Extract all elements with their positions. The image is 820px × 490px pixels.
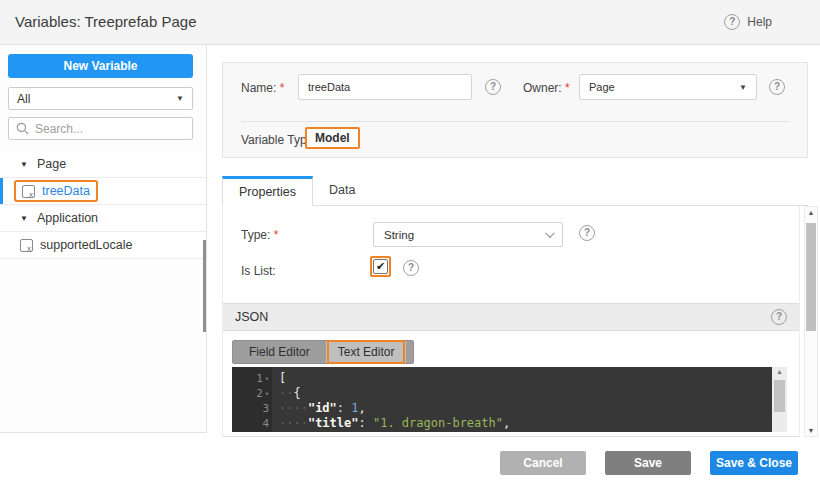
name-field[interactable]	[298, 74, 472, 100]
checkmark-icon: ✔	[373, 259, 388, 274]
code-line: ··{	[279, 386, 772, 401]
variables-dialog: Variables: Treeprefab Page ? Help New Va…	[0, 0, 820, 490]
owner-help-icon[interactable]: ?	[769, 79, 785, 95]
line-number: 2	[256, 387, 263, 400]
variable-type-value: Model	[305, 127, 360, 149]
tree-item-label: supportedLocale	[40, 238, 132, 252]
type-select[interactable]: String	[373, 222, 563, 247]
panel-scrollbar[interactable]: ▲ ▼	[804, 206, 818, 437]
line-number: 1	[256, 372, 263, 385]
required-marker: *	[565, 81, 570, 95]
dialog-footer: Cancel Save Save & Close	[0, 437, 820, 490]
json-section-title: JSON	[235, 310, 268, 324]
scroll-up-icon[interactable]: ▲	[772, 368, 787, 375]
line-number: 3	[262, 402, 269, 415]
line-number: 4	[262, 417, 269, 430]
owner-label: Owner: *	[523, 81, 570, 95]
caret-down-icon: ▼	[20, 214, 28, 223]
fold-icon[interactable]: ▾	[265, 375, 269, 383]
cancel-button[interactable]: Cancel	[500, 451, 586, 475]
tree-item-treedata[interactable]: x treeData	[0, 178, 206, 205]
type-help-icon[interactable]: ?	[579, 225, 595, 241]
field-editor-button[interactable]: Field Editor	[233, 341, 327, 363]
chevron-down-icon	[545, 228, 555, 238]
tree-group-label: Application	[37, 211, 98, 225]
is-list-help-icon[interactable]: ?	[403, 260, 419, 276]
tree-group-application[interactable]: ▼ Application	[0, 205, 206, 232]
tab-data[interactable]: Data	[313, 175, 371, 205]
code-line: [	[279, 371, 772, 386]
code-line: ····"title": "1. dragon-breath",	[279, 416, 772, 431]
properties-panel: Type: * String ? Is List: ✔ ? JSON ? Fie…	[222, 206, 800, 437]
search-icon	[16, 122, 29, 135]
tab-properties[interactable]: Properties	[222, 176, 313, 206]
variable-filter-select[interactable]: All ▼	[8, 87, 193, 110]
required-marker: *	[274, 228, 279, 242]
is-list-label: Is List:	[241, 264, 276, 278]
variable-filter-value: All	[17, 92, 30, 106]
name-help-icon[interactable]: ?	[485, 79, 501, 95]
editor-scrollbar[interactable]: ▲	[772, 367, 787, 432]
editor-code-area[interactable]: [ ··{ ····"id": 1, ····"title": "1. drag…	[272, 367, 772, 432]
save-button[interactable]: Save	[605, 451, 691, 475]
caret-down-icon: ▼	[176, 94, 184, 103]
variable-search[interactable]	[8, 117, 193, 140]
caret-down-icon: ▼	[20, 160, 28, 169]
model-variable-icon: x	[22, 185, 35, 198]
editor-scrollbar-thumb[interactable]	[774, 380, 785, 412]
editor-mode-toggle: Field Editor Text Editor	[232, 340, 414, 364]
required-marker: *	[280, 81, 285, 95]
model-variable-icon: x	[20, 239, 33, 252]
search-input[interactable]	[35, 122, 175, 136]
help-button[interactable]: ? Help	[724, 14, 772, 30]
json-section-header: JSON ?	[223, 303, 799, 331]
name-label: Name: *	[241, 81, 284, 95]
page-title: Variables: Treeprefab Page	[15, 13, 197, 30]
scroll-up-icon[interactable]: ▲	[805, 209, 817, 216]
form-divider	[241, 121, 789, 122]
text-editor-button[interactable]: Text Editor	[329, 342, 404, 362]
panel-scrollbar-thumb[interactable]	[806, 223, 816, 331]
json-help-icon[interactable]: ?	[771, 309, 787, 325]
sidebar-scrollbar[interactable]	[203, 240, 206, 332]
selected-indicator	[0, 178, 3, 204]
owner-value: Page	[589, 81, 615, 93]
tree-group-label: Page	[37, 157, 66, 171]
tree-item-supportedlocale[interactable]: x supportedLocale	[0, 232, 206, 259]
variables-tree: ▼ Page x treeData ▼ Application x suppor…	[0, 151, 206, 259]
tree-item-label: treeData	[42, 184, 90, 198]
editor-tabs: Properties Data	[222, 176, 808, 206]
is-list-checkbox[interactable]: ✔	[370, 256, 391, 277]
editor-gutter: 1▾ 2▾ 3 4	[232, 367, 272, 432]
save-and-close-button[interactable]: Save & Close	[710, 451, 798, 475]
type-value: String	[384, 229, 414, 241]
toggle-sliver	[405, 341, 413, 363]
help-label: Help	[747, 15, 772, 29]
dialog-header: Variables: Treeprefab Page ? Help	[0, 0, 820, 45]
new-variable-button[interactable]: New Variable	[8, 54, 193, 78]
tree-group-page[interactable]: ▼ Page	[0, 151, 206, 178]
owner-select[interactable]: Page ▼	[579, 74, 757, 100]
caret-down-icon: ▼	[739, 83, 747, 92]
json-code-editor[interactable]: 1▾ 2▾ 3 4 [ ··{ ····"id": 1, ····"title"…	[232, 367, 772, 432]
variables-sidebar: New Variable All ▼ ▼ Page x treeData ▼	[0, 45, 207, 433]
type-label: Type: *	[241, 228, 278, 242]
fold-icon[interactable]: ▾	[265, 390, 269, 398]
text-editor-highlight: Text Editor	[327, 340, 406, 364]
question-circle-icon: ?	[724, 14, 740, 30]
variable-summary-form: Name: * ? Owner: * Page ▼ ? Variable Typ…	[222, 62, 808, 158]
scroll-down-icon[interactable]: ▼	[805, 427, 817, 434]
code-line: ····"id": 1,	[279, 401, 772, 416]
